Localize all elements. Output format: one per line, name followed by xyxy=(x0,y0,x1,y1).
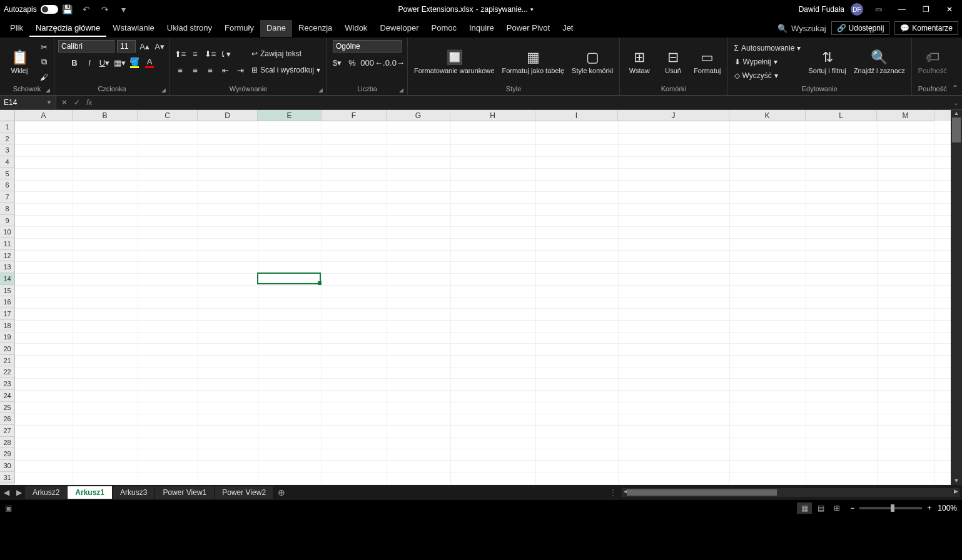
number-format-select[interactable] xyxy=(333,40,402,52)
row-headers[interactable]: 1234567891011121314151617181920212223242… xyxy=(0,121,15,485)
paste-button[interactable]: 📋 Wklej xyxy=(4,48,35,76)
launcher-icon[interactable]: ◢ xyxy=(161,87,166,93)
column-header[interactable]: C xyxy=(138,110,198,121)
conditional-formatting-button[interactable]: 🔲Formatowanie warunkowe xyxy=(412,48,497,76)
tab-power-pivot[interactable]: Power Pivot xyxy=(500,20,556,37)
save-icon[interactable]: 💾 xyxy=(62,4,73,15)
zoom-level[interactable]: 100% xyxy=(938,504,957,512)
tab-jet[interactable]: Jet xyxy=(556,20,579,37)
ribbon-display-icon[interactable]: ▭ xyxy=(869,3,887,16)
cell-styles-button[interactable]: ▢Style komórki xyxy=(569,48,615,76)
align-middle-icon[interactable]: ≡ xyxy=(189,48,201,60)
column-header[interactable]: G xyxy=(387,110,450,121)
sheet-tab[interactable]: Arkusz3 xyxy=(113,486,155,499)
tab-deweloper[interactable]: Deweloper xyxy=(373,20,425,37)
column-header[interactable]: A xyxy=(15,110,73,121)
align-top-icon[interactable]: ⬆≡ xyxy=(174,48,186,60)
delete-cells-button[interactable]: ⊟Usuń xyxy=(657,48,689,76)
sheet-nav-left-icon[interactable]: ◀ xyxy=(0,488,13,497)
insert-cells-button[interactable]: ⊞Wstaw xyxy=(624,48,655,76)
bold-button[interactable]: B xyxy=(68,56,81,69)
tab-narzędzia-główne[interactable]: Narzędzia główne xyxy=(29,20,106,37)
tab-recenzja[interactable]: Recenzja xyxy=(292,20,338,37)
zoom-slider[interactable] xyxy=(859,507,922,509)
namebox-dropdown-icon[interactable]: ▼ xyxy=(46,99,52,106)
scroll-up-icon[interactable]: ▲ xyxy=(951,110,962,118)
row-header[interactable]: 25 xyxy=(0,402,15,414)
scroll-down-icon[interactable]: ▼ xyxy=(951,478,962,485)
spreadsheet-grid[interactable]: ABCDEFGHIJKLM 12345678910111213141516171… xyxy=(0,110,962,485)
row-header[interactable]: 24 xyxy=(0,390,15,402)
page-break-view-icon[interactable]: ⊞ xyxy=(829,502,844,514)
launcher-icon[interactable]: ◢ xyxy=(399,87,403,93)
sensitivity-button[interactable]: 🏷Poufność xyxy=(916,48,949,76)
tab-układ-strony[interactable]: Układ strony xyxy=(161,20,218,37)
row-header[interactable]: 7 xyxy=(0,191,15,203)
row-header[interactable]: 5 xyxy=(0,168,15,180)
accounting-format-icon[interactable]: $▾ xyxy=(331,56,343,69)
sheet-tab[interactable]: Arkusz1 xyxy=(68,486,113,499)
row-header[interactable]: 29 xyxy=(0,448,15,460)
share-button[interactable]: 🔗 Udostępnij xyxy=(831,21,890,35)
copy-icon[interactable]: ⧉ xyxy=(38,56,50,68)
format-painter-icon[interactable]: 🖌 xyxy=(38,71,50,83)
row-header[interactable]: 22 xyxy=(0,366,15,378)
decrease-decimal-icon[interactable]: .0→ xyxy=(391,56,403,69)
toggle-switch-icon[interactable] xyxy=(41,5,58,14)
tab-dane[interactable]: Dane xyxy=(260,20,292,37)
orientation-icon[interactable]: ⤹▾ xyxy=(219,48,231,60)
column-header[interactable]: H xyxy=(450,110,535,121)
launcher-icon[interactable]: ◢ xyxy=(318,87,323,93)
tab-widok[interactable]: Widok xyxy=(338,20,373,37)
expand-formula-bar-icon[interactable]: ⌄ xyxy=(949,99,962,106)
underline-button[interactable]: U▾ xyxy=(98,56,111,69)
row-header[interactable]: 2 xyxy=(0,133,15,145)
fx-icon[interactable]: fx xyxy=(86,98,92,107)
maximize-icon[interactable]: ❐ xyxy=(917,3,934,16)
scrollbar-thumb[interactable] xyxy=(627,489,777,496)
horizontal-scrollbar[interactable]: ◀ ▶ xyxy=(622,488,959,497)
format-cells-button[interactable]: ▭Formatuj xyxy=(691,48,723,76)
increase-font-icon[interactable]: A▴ xyxy=(138,40,151,52)
comments-button[interactable]: 💬 Komentarze xyxy=(894,21,958,35)
row-header[interactable]: 20 xyxy=(0,343,15,355)
row-header[interactable]: 4 xyxy=(0,156,15,168)
row-header[interactable]: 27 xyxy=(0,425,15,437)
increase-indent-icon[interactable]: ⇥ xyxy=(234,64,246,76)
launcher-icon[interactable]: ◢ xyxy=(46,87,50,93)
row-header[interactable]: 26 xyxy=(0,413,15,425)
row-header[interactable]: 10 xyxy=(0,226,15,238)
row-header[interactable]: 31 xyxy=(0,472,15,484)
column-header[interactable]: L xyxy=(806,110,877,121)
search-box[interactable]: 🔍 Wyszukaj xyxy=(777,24,826,33)
title-dropdown-icon[interactable]: ▾ xyxy=(530,6,534,12)
scrollbar-thumb[interactable] xyxy=(952,118,961,142)
italic-button[interactable]: I xyxy=(83,56,96,69)
fill-button[interactable]: ⬇Wypełnij▾ xyxy=(732,56,804,68)
wrap-text-button[interactable]: ↩Zawijaj tekst xyxy=(249,48,323,60)
row-header[interactable]: 16 xyxy=(0,296,15,308)
tab-inquire[interactable]: Inquire xyxy=(463,20,500,37)
cells-area[interactable] xyxy=(15,121,951,485)
tab-pomoc[interactable]: Pomoc xyxy=(425,20,463,37)
row-header[interactable]: 9 xyxy=(0,215,15,227)
column-header[interactable]: E xyxy=(258,110,322,121)
row-header[interactable]: 30 xyxy=(0,460,15,472)
align-center-icon[interactable]: ≡ xyxy=(189,64,201,76)
tab-formuły[interactable]: Formuły xyxy=(218,20,260,37)
column-header[interactable]: B xyxy=(73,110,138,121)
font-color-button[interactable]: A xyxy=(143,56,156,69)
user-avatar[interactable]: DF xyxy=(851,3,863,16)
row-header[interactable]: 15 xyxy=(0,285,15,297)
increase-decimal-icon[interactable]: ←.0 xyxy=(376,56,388,69)
column-header[interactable]: J xyxy=(618,110,729,121)
page-layout-view-icon[interactable]: ▤ xyxy=(813,502,828,514)
row-header[interactable]: 13 xyxy=(0,261,15,273)
column-headers[interactable]: ABCDEFGHIJKLM xyxy=(15,110,951,121)
row-header[interactable]: 23 xyxy=(0,378,15,390)
row-header[interactable]: 28 xyxy=(0,437,15,449)
column-header[interactable]: M xyxy=(877,110,934,121)
row-header[interactable]: 8 xyxy=(0,203,15,215)
decrease-font-icon[interactable]: A▾ xyxy=(153,40,166,52)
column-header[interactable]: F xyxy=(322,110,387,121)
